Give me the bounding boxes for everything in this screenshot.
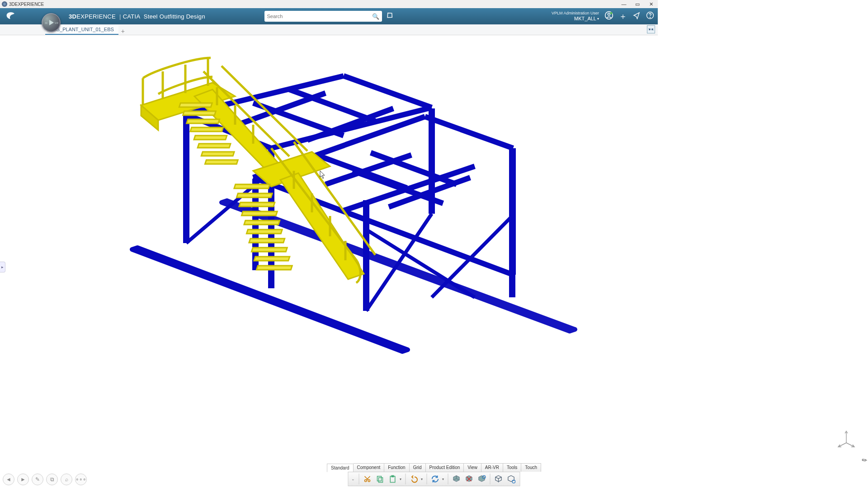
svg-rect-13	[194, 136, 227, 140]
svg-rect-14	[198, 144, 231, 148]
brand-bold: 3D	[69, 13, 76, 20]
viewport-3d[interactable]: ▸	[0, 35, 658, 369]
user-context-label[interactable]: MKT_ALL	[574, 16, 596, 22]
svg-text:3D: 3D	[45, 22, 48, 24]
user-name-label: VPLM Administration User	[552, 11, 599, 16]
document-tab-bar: EAS_PLANT_UNIT_01_EBS +	[0, 24, 658, 35]
app-icon	[2, 1, 7, 7]
svg-rect-20	[241, 211, 277, 216]
svg-rect-12	[190, 127, 223, 131]
svg-rect-22	[246, 230, 282, 234]
window-minimize-button[interactable]: —	[617, 0, 631, 8]
brand-product: CATIA	[123, 13, 140, 20]
svg-rect-24	[251, 248, 287, 252]
model-render	[0, 35, 658, 361]
svg-rect-26	[256, 266, 292, 270]
share-icon[interactable]	[632, 11, 641, 22]
svg-point-5	[608, 13, 610, 15]
help-icon[interactable]	[646, 11, 654, 22]
svg-rect-17	[234, 184, 270, 188]
search-box[interactable]: 🔍	[264, 11, 382, 22]
brand-label: 3DEXPERIENCE |CATIA Steel Outfitting Des…	[69, 13, 205, 20]
user-area: VPLM Administration User MKT_ALL ▾ ＋	[552, 11, 654, 22]
svg-rect-9	[179, 103, 212, 107]
search-icon[interactable]: 🔍	[372, 13, 379, 20]
collapse-panels-button[interactable]	[647, 25, 655, 33]
profile-icon[interactable]	[604, 11, 613, 22]
window-title: 3DEXPERIENCE	[9, 2, 44, 7]
svg-point-8	[650, 17, 650, 17]
svg-text:V.R: V.R	[55, 22, 58, 24]
tag-icon[interactable]	[386, 11, 394, 21]
svg-rect-21	[244, 221, 280, 225]
svg-rect-19	[239, 202, 275, 206]
brand-rest: EXPERIENCE	[76, 13, 116, 20]
svg-rect-10	[183, 111, 216, 115]
svg-rect-25	[254, 257, 290, 261]
svg-marker-1	[49, 20, 54, 25]
search-input[interactable]	[267, 14, 372, 19]
svg-rect-15	[201, 152, 234, 156]
svg-point-6	[610, 12, 613, 14]
os-titlebar: 3DEXPERIENCE — ▭ ✕	[0, 0, 658, 8]
add-tab-button[interactable]: +	[118, 28, 127, 35]
svg-rect-11	[187, 119, 220, 123]
window-maximize-button[interactable]: ▭	[631, 0, 644, 8]
window-close-button[interactable]: ✕	[644, 0, 658, 8]
svg-rect-16	[205, 160, 238, 164]
chevron-down-icon[interactable]: ▾	[597, 17, 599, 21]
svg-rect-23	[249, 239, 285, 243]
app-header: 3DV.R 3DEXPERIENCE |CATIA Steel Outfitti…	[0, 8, 658, 24]
ds-logo-icon[interactable]	[5, 10, 17, 23]
compass-button[interactable]: 3DV.R	[42, 13, 61, 32]
add-icon[interactable]: ＋	[619, 11, 627, 22]
svg-rect-18	[236, 193, 272, 197]
brand-app: Steel Outfitting Design	[144, 13, 205, 20]
brand-separator: |	[119, 13, 121, 20]
